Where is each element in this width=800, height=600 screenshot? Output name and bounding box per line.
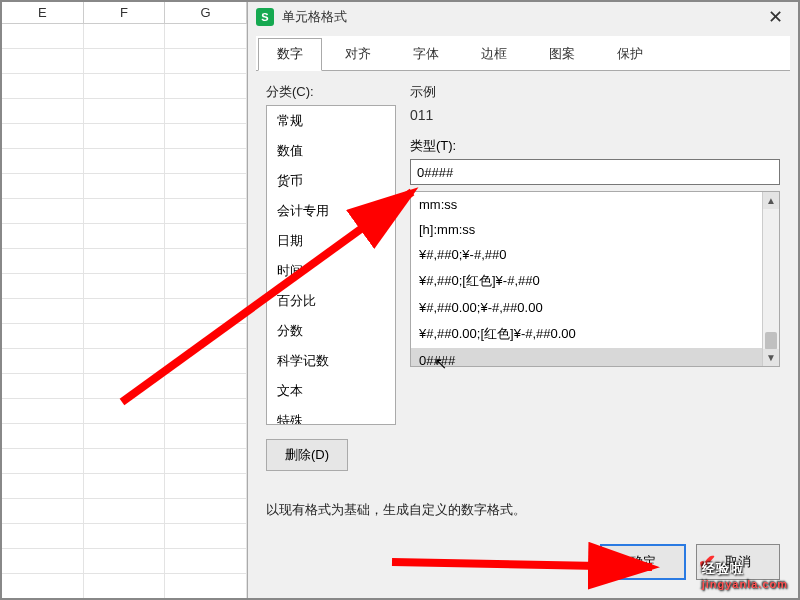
category-list[interactable]: 常规 数值 货币 会计专用 日期 时间 百分比 分数 科学记数 文本 特殊 自定… — [266, 105, 396, 425]
spreadsheet-area: E F G — [2, 2, 247, 600]
fmt-item[interactable]: ¥#,##0.00;¥-#,##0.00 — [411, 295, 779, 320]
cat-currency[interactable]: 货币 — [267, 166, 395, 196]
cat-fraction[interactable]: 分数 — [267, 316, 395, 346]
sample-label: 示例 — [410, 83, 780, 101]
app-icon: S — [256, 8, 274, 26]
cell-format-dialog: S 单元格格式 ✕ 数字 对齐 字体 边框 图案 保护 分类(C): 常规 数值… — [247, 2, 798, 598]
tab-number[interactable]: 数字 — [258, 38, 322, 71]
fmt-item[interactable]: [h]:mm:ss — [411, 217, 779, 242]
dialog-title: 单元格格式 — [282, 8, 760, 26]
format-list[interactable]: mm:ss [h]:mm:ss ¥#,##0;¥-#,##0 ¥#,##0;[红… — [410, 191, 780, 367]
type-input[interactable] — [410, 159, 780, 185]
cat-text[interactable]: 文本 — [267, 376, 395, 406]
tab-bar: 数字 对齐 字体 边框 图案 保护 — [256, 36, 790, 71]
sample-box: 示例 011 — [410, 83, 780, 123]
fmt-item-selected[interactable]: 0#### — [411, 348, 779, 366]
ok-button[interactable]: 确定 — [600, 544, 686, 580]
delete-button[interactable]: 删除(D) — [266, 439, 348, 471]
fmt-item[interactable]: ¥#,##0;¥-#,##0 — [411, 242, 779, 267]
cancel-button[interactable]: 取消 — [696, 544, 780, 580]
cat-time[interactable]: 时间 — [267, 256, 395, 286]
tab-border[interactable]: 边框 — [462, 38, 526, 70]
col-header-f[interactable]: F — [84, 2, 166, 24]
category-label: 分类(C): — [266, 83, 396, 101]
detail-column: 示例 011 类型(T): mm:ss [h]:mm:ss ¥#,##0;¥-#… — [410, 83, 780, 471]
hint-text: 以现有格式为基础，生成自定义的数字格式。 — [266, 501, 780, 519]
col-header-g[interactable]: G — [165, 2, 247, 24]
tab-pattern[interactable]: 图案 — [530, 38, 594, 70]
cat-general[interactable]: 常规 — [267, 106, 395, 136]
category-column: 分类(C): 常规 数值 货币 会计专用 日期 时间 百分比 分数 科学记数 文… — [266, 83, 396, 471]
scrollbar[interactable]: ▲ ▼ — [762, 192, 779, 366]
cat-date[interactable]: 日期 — [267, 226, 395, 256]
column-headers: E F G — [2, 2, 247, 24]
title-bar: S 单元格格式 ✕ — [248, 2, 798, 32]
tab-protect[interactable]: 保护 — [598, 38, 662, 70]
cells-grid[interactable] — [2, 24, 247, 599]
sample-value: 011 — [410, 107, 780, 123]
cat-percent[interactable]: 百分比 — [267, 286, 395, 316]
scroll-up-icon[interactable]: ▲ — [763, 192, 779, 209]
dialog-footer: 确定 取消 — [600, 544, 780, 580]
cat-scientific[interactable]: 科学记数 — [267, 346, 395, 376]
cat-special[interactable]: 特殊 — [267, 406, 395, 425]
tab-font[interactable]: 字体 — [394, 38, 458, 70]
close-button[interactable]: ✕ — [760, 6, 790, 28]
cat-number[interactable]: 数值 — [267, 136, 395, 166]
dialog-body: 分类(C): 常规 数值 货币 会计专用 日期 时间 百分比 分数 科学记数 文… — [248, 71, 798, 483]
fmt-item[interactable]: ¥#,##0;[红色]¥-#,##0 — [411, 267, 779, 295]
cat-accounting[interactable]: 会计专用 — [267, 196, 395, 226]
tab-align[interactable]: 对齐 — [326, 38, 390, 70]
col-header-e[interactable]: E — [2, 2, 84, 24]
fmt-item[interactable]: mm:ss — [411, 192, 779, 217]
scroll-down-icon[interactable]: ▼ — [763, 349, 779, 366]
fmt-item[interactable]: ¥#,##0.00;[红色]¥-#,##0.00 — [411, 320, 779, 348]
scroll-thumb[interactable] — [765, 332, 777, 350]
type-label: 类型(T): — [410, 137, 780, 155]
